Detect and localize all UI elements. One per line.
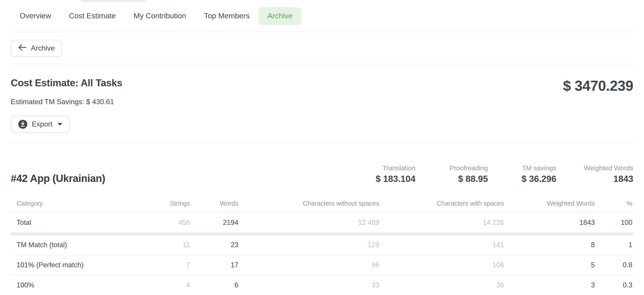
cell-percent: 1 bbox=[595, 241, 633, 249]
cell-chars-with-spaces: 14 226 bbox=[379, 219, 504, 227]
cell-strings: 456 bbox=[136, 219, 190, 227]
project-header: #42 App (Ukrainian) Translation $ 183.10… bbox=[11, 164, 633, 184]
tab-bar: Overview Cost Estimate My Contribution T… bbox=[11, 0, 633, 32]
project-stats: Translation $ 183.104 Proofreading $ 88.… bbox=[344, 164, 633, 184]
cell-chars-without-spaces: 129 bbox=[238, 241, 379, 249]
column-header-weighted-words: Weighted Words bbox=[504, 200, 595, 207]
export-button[interactable]: Export bbox=[11, 116, 70, 133]
cell-category: 101% (Perfect match) bbox=[11, 261, 136, 269]
page-title: Cost Estimate: All Tasks bbox=[11, 78, 122, 88]
cell-words: 17 bbox=[190, 261, 238, 269]
column-header-words: Words bbox=[190, 200, 238, 207]
export-row: Export bbox=[11, 116, 633, 133]
tab-overview[interactable]: Overview bbox=[11, 7, 60, 25]
cell-category: TM Match (total) bbox=[11, 241, 136, 249]
cell-words: 23 bbox=[190, 241, 238, 249]
stat-value: $ 88.95 bbox=[416, 174, 488, 184]
tab-archive[interactable]: Archive bbox=[258, 7, 302, 25]
column-header-strings: Strings bbox=[136, 200, 190, 207]
export-label: Export bbox=[32, 120, 52, 128]
divider bbox=[11, 64, 633, 64]
cell-chars-with-spaces: 106 bbox=[379, 261, 504, 269]
table-row: TM Match (total) 11 23 129 141 8 1 bbox=[11, 235, 633, 255]
table-row-total: Total 456 2194 12 489 14 226 1843 100 bbox=[11, 213, 633, 232]
cell-chars-with-spaces: 35 bbox=[379, 281, 504, 289]
back-row: Archive bbox=[11, 40, 633, 57]
column-header-chars-without-spaces: Characters without spaces bbox=[238, 200, 379, 207]
column-header-percent: % bbox=[595, 200, 633, 207]
cell-percent: 0.8 bbox=[595, 261, 633, 269]
cell-chars-without-spaces: 33 bbox=[238, 281, 379, 289]
stat-value: $ 36.296 bbox=[488, 174, 556, 184]
cell-weighted-words: 3 bbox=[504, 281, 595, 289]
stat-label: TM savings bbox=[488, 164, 556, 172]
stat-tm-savings: TM savings $ 36.296 bbox=[488, 164, 556, 184]
cell-category: Total bbox=[11, 219, 136, 227]
divider bbox=[11, 143, 633, 143]
cell-weighted-words: 5 bbox=[504, 261, 595, 269]
cell-percent: 0.3 bbox=[595, 281, 633, 289]
archive-back-label: Archive bbox=[31, 44, 55, 52]
archive-back-button[interactable]: Archive bbox=[11, 40, 62, 57]
table-row: 100% 4 6 33 35 3 0.3 bbox=[11, 275, 633, 295]
cell-strings: 11 bbox=[136, 241, 190, 249]
stat-translation: Translation $ 183.104 bbox=[344, 164, 416, 184]
stat-label: Weighted Words bbox=[556, 164, 633, 172]
stat-value: $ 183.104 bbox=[344, 174, 416, 184]
cell-words: 2194 bbox=[190, 219, 238, 227]
chevron-down-icon bbox=[58, 123, 62, 126]
stat-value: 1843 bbox=[556, 174, 633, 184]
tab-my-contribution[interactable]: My Contribution bbox=[124, 7, 195, 25]
cost-estimate-table: Category Strings Words Characters withou… bbox=[11, 194, 633, 295]
stat-label: Proofreading bbox=[416, 164, 488, 172]
cell-strings: 4 bbox=[136, 281, 190, 289]
stat-proofreading: Proofreading $ 88.95 bbox=[416, 164, 488, 184]
total-separator-band bbox=[11, 232, 633, 235]
tab-top-members[interactable]: Top Members bbox=[195, 7, 258, 25]
page: Overview Cost Estimate My Contribution T… bbox=[0, 0, 644, 295]
cell-strings: 7 bbox=[136, 261, 190, 269]
divider bbox=[11, 32, 633, 32]
table-row: 101% (Perfect match) 7 17 96 106 5 0.8 bbox=[11, 255, 633, 275]
column-header-category: Category bbox=[11, 200, 136, 207]
cell-words: 6 bbox=[190, 281, 238, 289]
table-header-row: Category Strings Words Characters withou… bbox=[11, 194, 633, 212]
column-header-chars-with-spaces: Characters with spaces bbox=[379, 200, 504, 207]
cell-weighted-words: 1843 bbox=[504, 219, 595, 227]
cell-chars-without-spaces: 96 bbox=[238, 261, 379, 269]
cell-chars-without-spaces: 12 489 bbox=[238, 219, 379, 227]
cell-chars-with-spaces: 141 bbox=[379, 241, 504, 249]
cell-percent: 100 bbox=[595, 219, 633, 227]
download-icon bbox=[18, 120, 27, 129]
stat-weighted-words: Weighted Words 1843 bbox=[556, 164, 633, 184]
cell-category: 100% bbox=[11, 281, 136, 289]
estimated-tm-savings: Estimated TM Savings: $ 430.61 bbox=[11, 98, 633, 106]
project-title: #42 App (Ukrainian) bbox=[11, 173, 105, 184]
cost-estimate-header: Cost Estimate: All Tasks $ 3470.239 bbox=[11, 78, 633, 94]
total-cost-value: $ 3470.239 bbox=[563, 78, 633, 94]
arrow-left-icon bbox=[18, 44, 26, 52]
tab-cost-estimate[interactable]: Cost Estimate bbox=[60, 7, 124, 25]
cell-weighted-words: 8 bbox=[504, 241, 595, 249]
stat-label: Translation bbox=[344, 164, 416, 172]
